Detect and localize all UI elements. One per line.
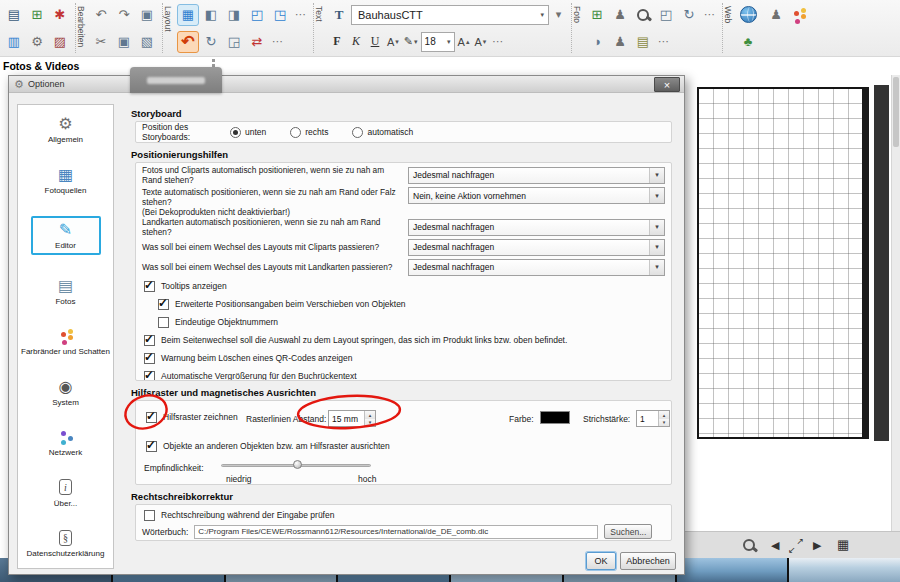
spinner-up-icon[interactable]: ▴ xyxy=(365,411,375,419)
dialog-titlebar[interactable]: ⚙ Optionen xyxy=(9,76,684,93)
italic-button[interactable]: K xyxy=(347,32,365,52)
grid-color-swatch[interactable] xyxy=(540,411,570,424)
undo-icon[interactable]: ↶ xyxy=(90,4,112,26)
paste-icon[interactable]: ▧ xyxy=(136,31,158,53)
more-icon[interactable]: ⋯ xyxy=(655,31,672,53)
sidebar-item-netzwerk[interactable]: Netzwerk xyxy=(19,428,112,457)
font-decrease-button[interactable]: A▾ xyxy=(472,32,488,52)
rotate-photo-icon[interactable]: ↻ xyxy=(678,4,700,26)
cut-icon[interactable]: ✂ xyxy=(90,31,112,53)
dropdown-fotos-cliparts[interactable]: Jedesmal nachfragen ▾ xyxy=(408,167,665,184)
search-photo-icon[interactable] xyxy=(632,4,654,26)
browse-button[interactable]: Suchen... xyxy=(604,524,652,539)
background-mode-tab[interactable] xyxy=(130,67,222,93)
settings-gear-icon[interactable]: ⚙ xyxy=(26,31,48,53)
font-increase-button[interactable]: A▴ xyxy=(456,32,472,52)
redo-icon[interactable]: ↷ xyxy=(113,4,135,26)
checkbox-eindeutige-objektnummern[interactable]: Eindeutige Objektnummern xyxy=(142,313,665,331)
new-document-icon[interactable]: ⊞ xyxy=(26,4,48,26)
chevron-down-icon[interactable]: ▾ xyxy=(550,4,567,26)
font-family-select[interactable]: BauhausCTT ▾ xyxy=(351,5,549,25)
overview-grid-icon[interactable]: ▦ xyxy=(837,537,849,552)
alert-icon[interactable]: ✱ xyxy=(49,4,71,26)
font-color-button[interactable]: A▾ xyxy=(385,32,401,52)
vertical-scrollbar[interactable] xyxy=(891,75,900,533)
insert-right-icon[interactable]: ◳ xyxy=(269,4,291,26)
checkbox-objekte-ausrichten[interactable]: Objekte an anderen Objekten bzw. am Hilf… xyxy=(144,437,390,455)
sidebar-item-allgemein[interactable]: ⚙ Allgemein xyxy=(19,115,112,144)
checkbox-rechtschreibung[interactable]: Rechtschreibung während der Eingabe prüf… xyxy=(142,508,665,522)
spinner-down-icon[interactable]: ▾ xyxy=(659,419,669,427)
rotate-icon[interactable]: ↻ xyxy=(200,31,222,53)
sidebar-item-ueber[interactable]: i Über... xyxy=(19,479,112,508)
cancel-button[interactable]: Abbrechen xyxy=(620,552,676,570)
add-photo-icon[interactable]: ⊞ xyxy=(586,4,608,26)
histogram-icon[interactable]: ▤ xyxy=(632,31,654,53)
more-icon[interactable]: ⋯ xyxy=(489,31,506,53)
checkbox-erweiterte-positionsangaben[interactable]: Erweiterte Positionsangaben beim Verschi… xyxy=(142,295,665,313)
palette-icon[interactable] xyxy=(788,4,810,26)
adjust-icon[interactable]: ◑ xyxy=(586,31,608,53)
bold-button[interactable]: F xyxy=(328,32,346,52)
sidebar-item-editor[interactable]: ✎ Editor xyxy=(31,216,101,255)
scrollbar-thumb[interactable] xyxy=(893,77,899,147)
zoom-icon[interactable] xyxy=(743,539,755,553)
more-icon[interactable]: ⋯ xyxy=(292,4,309,26)
photo-thumbnail[interactable] xyxy=(677,558,788,582)
more-icon[interactable]: ⋯ xyxy=(701,4,718,26)
text-tool-icon[interactable]: T xyxy=(328,4,350,26)
layout-grid-icon[interactable]: ▦ xyxy=(177,4,199,26)
open-icon[interactable]: ▥ xyxy=(3,31,25,53)
page-right-icon[interactable]: ◨ xyxy=(223,4,245,26)
page-left-icon[interactable]: ◧ xyxy=(200,4,222,26)
more-icon[interactable]: ⋯ xyxy=(269,31,286,53)
dropdown-layout-cliparts[interactable]: Jedesmal nachfragen ▾ xyxy=(408,239,665,256)
radio-unten[interactable]: unten xyxy=(230,127,266,138)
radio-automatisch[interactable]: automatisch xyxy=(352,127,413,138)
page-next-button[interactable]: ▶ xyxy=(813,539,821,552)
checkbox-tooltips[interactable]: Tooltips anzeigen xyxy=(142,277,665,295)
save-icon[interactable]: ▤ xyxy=(3,4,25,26)
people-icon[interactable]: ♟ xyxy=(609,31,631,53)
dropdown-landkarten[interactable]: Jedesmal nachfragen ▾ xyxy=(408,219,665,236)
sidebar-item-system[interactable]: ◉ System xyxy=(19,378,112,407)
photo-thumbnail[interactable] xyxy=(789,558,900,582)
spinner-arrows[interactable]: ▴▾ xyxy=(658,411,669,426)
checkbox-buchruecken[interactable]: Automatische Vergrößerung für den Buchrü… xyxy=(142,367,665,381)
swap-pages-icon[interactable]: ⇄ xyxy=(246,31,268,53)
person-icon[interactable]: ♟ xyxy=(609,4,631,26)
crop-icon[interactable]: ◰ xyxy=(655,4,677,26)
copy-icon[interactable]: ▣ xyxy=(136,4,158,26)
pen-style-button[interactable]: ✎▾ xyxy=(402,32,420,52)
grid-spacing-spinner[interactable]: 15 mm ▴▾ xyxy=(328,410,376,427)
dropdown-layout-landkarten[interactable]: Jedesmal nachfragen ▾ xyxy=(408,259,665,276)
checkbox-hilfsraster-zeichnen[interactable]: Hilfsraster zeichnen xyxy=(144,408,238,426)
dictionary-path-input[interactable] xyxy=(194,525,598,539)
sidebar-item-datenschutz[interactable]: § Datenschutzerklärung xyxy=(19,529,112,558)
print-icon[interactable]: ▨ xyxy=(49,31,71,53)
account-icon[interactable]: ♟ xyxy=(765,4,787,26)
radio-rechts[interactable]: rechts xyxy=(290,127,328,138)
underline-button[interactable]: U xyxy=(366,32,384,52)
checkbox-seitenwechsel[interactable]: Beim Seitenwechsel soll die Auswahl zu d… xyxy=(142,331,665,349)
spinner-down-icon[interactable]: ▾ xyxy=(365,419,375,427)
spinner-up-icon[interactable]: ▴ xyxy=(659,411,669,419)
sidebar-item-fotoquellen[interactable]: ▦ Fotoquellen xyxy=(19,166,112,195)
spinner-arrows[interactable]: ▴▾ xyxy=(364,411,375,426)
insert-left-icon[interactable]: ◰ xyxy=(246,4,268,26)
layout-cell-icon[interactable]: ◲ xyxy=(223,31,245,53)
tab-fotos-videos[interactable]: Fotos & Videos xyxy=(0,57,82,75)
close-button[interactable]: × xyxy=(654,77,680,92)
dropdown-texte[interactable]: Nein, keine Aktion vornehmen ▾ xyxy=(408,187,665,204)
ok-button[interactable]: OK xyxy=(586,552,616,570)
sidebar-item-fotos[interactable]: ▤ Fotos xyxy=(19,277,112,306)
page-previous-button[interactable]: ◀ xyxy=(771,539,779,552)
checkbox-qr-warnung[interactable]: Warnung beim Löschen eines QR-Codes anze… xyxy=(142,349,665,367)
undo-layout-icon[interactable]: ↶ xyxy=(177,31,199,53)
copy-icon[interactable]: ▣ xyxy=(113,31,135,53)
font-size-select[interactable]: 18 ▾ xyxy=(421,32,455,52)
stroke-width-spinner[interactable]: 1 ▴▾ xyxy=(636,410,670,427)
sidebar-item-farbraender[interactable]: Farbränder und Schatten xyxy=(19,327,112,356)
globe-icon[interactable] xyxy=(737,4,759,26)
sensitivity-slider[interactable] xyxy=(221,459,371,471)
